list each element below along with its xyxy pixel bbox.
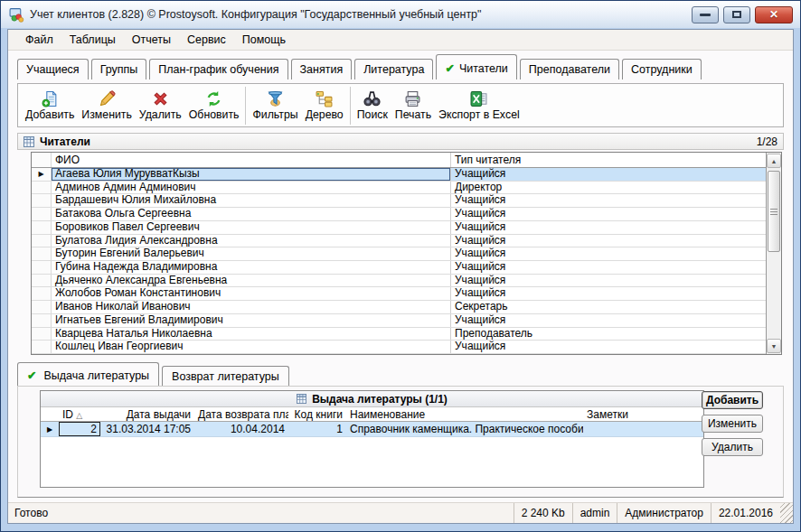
fio-cell[interactable]: Жолобов Роман Константинович xyxy=(52,287,451,300)
reader-type-cell[interactable]: Учащийся xyxy=(451,261,766,274)
delete-button[interactable]: Удалить xyxy=(136,86,185,126)
close-button[interactable]: ✕ xyxy=(755,6,793,23)
fio-cell[interactable]: Булатова Лидия Александровна xyxy=(52,235,451,247)
row-selector xyxy=(32,328,52,341)
tab-преподаватели[interactable]: Преподаватели xyxy=(520,59,619,79)
menu-item-файл[interactable]: Файл xyxy=(17,31,61,49)
table-row[interactable]: Губина Надежда ВладимировнаУчащийся xyxy=(32,261,766,275)
reader-type-cell[interactable]: Учащийся xyxy=(451,314,766,327)
reader-type-cell[interactable]: Учащийся xyxy=(451,235,766,247)
maximize-button[interactable] xyxy=(723,6,750,23)
fio-cell[interactable]: Боровиков Павел Сергеевич xyxy=(52,221,451,234)
add-icon xyxy=(42,90,59,107)
vertical-scrollbar[interactable]: ▲ ▼ xyxy=(766,153,781,354)
menu-item-таблицы[interactable]: Таблицы xyxy=(61,31,124,49)
issue-date-cell[interactable]: 31.03.2014 17:05 xyxy=(100,422,194,436)
resize-grip[interactable] xyxy=(780,503,793,523)
table-row[interactable]: Кварцева Наталья НиколаевнаПреподаватель xyxy=(32,328,766,341)
issue-edit-button[interactable]: Изменить xyxy=(702,415,763,433)
table-row[interactable]: Иванов Николай ИвановичСекретарь xyxy=(32,301,766,314)
export-excel-button-label: Экспорт в Excel xyxy=(438,108,520,121)
table-row[interactable]: Бардашевич Юлия МихайловнаУчащийся xyxy=(32,194,766,208)
reader-type-cell[interactable]: Учащийся xyxy=(451,194,766,207)
menu-bar: ФайлТаблицыОтчетыСервисПомощь xyxy=(8,30,793,51)
column-header-book-title[interactable]: Наименование xyxy=(346,407,583,421)
tab-группы[interactable]: Группы xyxy=(91,59,147,79)
app-window: Учет клиентов (2.828) © Prostoysoft. Кон… xyxy=(0,0,801,532)
reader-type-cell[interactable]: Учащийся xyxy=(451,168,766,181)
table-row[interactable]: Жолобов Роман КонстантиновичУчащийся xyxy=(32,287,766,301)
menu-item-сервис[interactable]: Сервис xyxy=(179,31,234,49)
tab-литература[interactable]: Литература xyxy=(354,59,433,79)
issue-add-button[interactable]: Добавить xyxy=(702,391,763,409)
fio-cell[interactable]: Буторин Евгений Валерьевич xyxy=(52,247,451,260)
tab-сотрудники[interactable]: Сотрудники xyxy=(622,59,702,79)
filters-button[interactable]: Фильтры xyxy=(249,86,301,126)
table-row[interactable]: ▶Агаева Юлия МурувватКызыУчащийся xyxy=(32,168,766,182)
issue-row[interactable]: ▶ 2 31.03.2014 17:05 10.04.2014 1 Справо… xyxy=(41,422,703,437)
reader-type-cell[interactable]: Учащийся xyxy=(451,221,766,234)
book-code-cell[interactable]: 1 xyxy=(288,422,346,436)
issue-id-cell[interactable]: 2 xyxy=(59,422,100,436)
column-header-fio[interactable]: ФИО xyxy=(52,153,451,167)
column-header-book-code[interactable]: Код книги xyxy=(288,407,346,421)
fio-cell[interactable]: Батакова Ольга Сергеевна xyxy=(52,208,451,220)
refresh-button[interactable]: Обновить xyxy=(185,86,243,126)
reader-type-cell[interactable]: Учащийся xyxy=(451,287,766,300)
subtab-возврат-литературы[interactable]: Возврат литературы xyxy=(162,366,289,386)
reader-type-cell[interactable]: Директор xyxy=(451,182,766,194)
search-button[interactable]: Поиск xyxy=(353,86,391,126)
print-button[interactable]: Печать xyxy=(391,86,435,126)
table-row[interactable]: Админов Админ АдминовичДиректор xyxy=(32,182,766,195)
fio-cell[interactable]: Дьяченко Александра Евгеньевна xyxy=(52,275,451,287)
fio-cell[interactable]: Админов Админ Админович xyxy=(52,182,451,194)
table-row[interactable]: Боровиков Павел СергеевичУчащийся xyxy=(32,221,766,235)
menu-item-отчеты[interactable]: Отчеты xyxy=(124,31,179,49)
tree-button[interactable]: Дерево xyxy=(302,86,347,126)
tab-учащиеся[interactable]: Учащиеся xyxy=(17,59,89,79)
reader-type-cell[interactable]: Учащийся xyxy=(451,208,766,220)
reader-type-cell[interactable]: Учащийся xyxy=(451,247,766,260)
tab-читатели[interactable]: ✔Читатели xyxy=(436,54,516,79)
fio-cell[interactable]: Кварцева Наталья Николаевна xyxy=(52,328,451,341)
table-row[interactable]: Буторин Евгений ВалерьевичУчащийся xyxy=(32,247,766,261)
minimize-button[interactable] xyxy=(692,6,719,23)
reader-type-cell[interactable]: Учащийся xyxy=(451,275,766,287)
table-row[interactable]: Булатова Лидия АлександровнаУчащийся xyxy=(32,235,766,248)
db-size-panel: 2 240 Kb xyxy=(514,503,572,523)
fio-cell[interactable]: Агаева Юлия МурувватКызы xyxy=(52,168,451,181)
issue-delete-button[interactable]: Удалить xyxy=(702,438,763,456)
scroll-down-icon[interactable]: ▼ xyxy=(767,339,781,353)
tab-занятия[interactable]: Занятия xyxy=(291,59,353,79)
fio-cell[interactable]: Игнатьев Евгений Владимирович xyxy=(52,314,451,327)
detail-tabs: ✔Выдача литературыВозврат литературы xyxy=(17,362,793,386)
column-header-notes[interactable]: Заметки xyxy=(583,407,703,421)
scroll-up-icon[interactable]: ▲ xyxy=(767,154,781,168)
return-date-cell[interactable]: 10.04.2014 xyxy=(194,422,288,436)
fio-cell[interactable]: Бардашевич Юлия Михайловна xyxy=(52,194,451,207)
reader-type-cell[interactable]: Секретарь xyxy=(451,301,766,313)
reader-type-cell[interactable]: Преподаватель xyxy=(451,328,766,341)
table-row[interactable]: Игнатьев Евгений ВладимировичУчащийся xyxy=(32,314,766,328)
fio-cell[interactable]: Иванов Николай Иванович xyxy=(52,301,451,313)
notes-cell[interactable] xyxy=(583,422,703,436)
table-row[interactable]: Батакова Ольга СергеевнаУчащийся xyxy=(32,208,766,221)
column-header-id[interactable]: ID △ xyxy=(59,407,100,421)
edit-button[interactable]: Изменить xyxy=(78,86,135,126)
tab-план-график обучения[interactable]: План-график обучения xyxy=(149,59,287,79)
column-header-return-date[interactable]: Дата возврата план xyxy=(194,407,288,421)
fio-cell[interactable]: Губина Надежда Владимировна xyxy=(52,261,451,274)
table-row[interactable]: Кошлец Иван ГеоргиевичУчащийся xyxy=(32,341,766,354)
scrollbar-thumb[interactable] xyxy=(768,171,780,252)
subtab-выдача-литературы[interactable]: ✔Выдача литературы xyxy=(17,362,159,386)
row-selector xyxy=(32,341,52,353)
column-header-issue-date[interactable]: Дата выдачи xyxy=(100,407,194,421)
export-excel-button[interactable]: Экспорт в Excel xyxy=(435,86,523,126)
column-header-type[interactable]: Тип читателя xyxy=(451,153,766,167)
book-title-cell[interactable]: Справочник каменщика. Практическое пособ… xyxy=(346,422,583,436)
add-button[interactable]: Добавить xyxy=(22,86,78,126)
reader-type-cell[interactable]: Учащийся xyxy=(451,341,766,353)
menu-item-помощь[interactable]: Помощь xyxy=(234,31,294,49)
table-row[interactable]: Дьяченко Александра ЕвгеньевнаУчащийся xyxy=(32,275,766,288)
fio-cell[interactable]: Кошлец Иван Георгиевич xyxy=(52,341,451,353)
